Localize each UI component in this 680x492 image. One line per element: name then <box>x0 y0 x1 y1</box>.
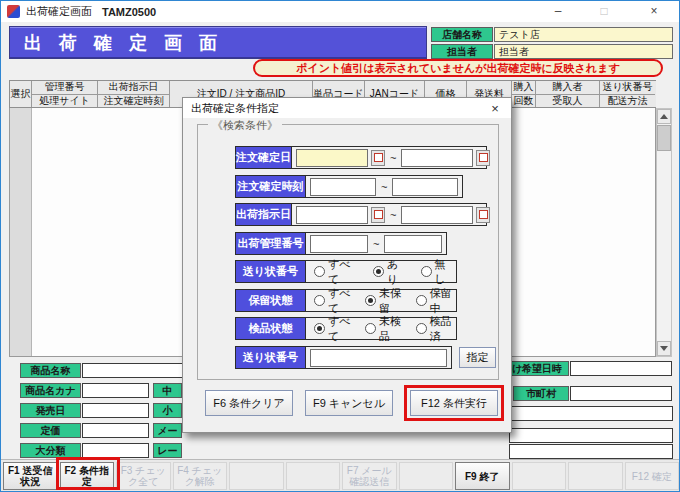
radio-icon[interactable] <box>314 266 325 277</box>
radio-icon[interactable] <box>421 266 432 277</box>
inspection-status-label: 検品状態 <box>236 318 306 339</box>
dialog-close-icon[interactable]: × <box>483 98 507 118</box>
radio-label: 保留中 <box>430 286 456 316</box>
radio-icon[interactable] <box>416 295 427 306</box>
order-date-from-input[interactable] <box>296 149 368 167</box>
radio-option[interactable]: すべて <box>314 286 355 316</box>
arrow-up-icon <box>660 114 668 119</box>
point-discount-notice: ポイント値引は表示されていませんが出荷確定時に反映されます <box>253 59 663 77</box>
address-field[interactable] <box>509 444 673 459</box>
radio-label: すべて <box>328 314 355 344</box>
inspection-status-row: 検品状態 すべて 未検品 検品済 <box>235 317 457 340</box>
radio-label: 未検品 <box>379 314 405 344</box>
scroll-down-button[interactable] <box>657 341 671 356</box>
item-kana-field[interactable] <box>82 383 149 398</box>
delivery-datetime-label: け希望日時 <box>505 361 569 376</box>
list-price-field[interactable] <box>82 423 149 438</box>
order-time-from-input[interactable] <box>310 178 376 196</box>
header-cell: 購入者 <box>536 81 599 95</box>
dialog-title: 出荷確定条件指定 <box>183 98 511 118</box>
header-cell: 出荷指示日 <box>98 81 169 95</box>
radio-option[interactable]: 未保留 <box>365 286 405 316</box>
scrollbar-thumb[interactable] <box>657 125 671 151</box>
window-title: 出荷確定画面 <box>26 4 92 19</box>
f9-cancel-button[interactable]: F9 キャンセル <box>305 390 393 416</box>
radio-option[interactable]: 無し <box>421 257 457 287</box>
radio-icon[interactable] <box>314 295 325 306</box>
radio-option[interactable]: 未検品 <box>365 314 405 344</box>
radio-option[interactable]: あり <box>373 257 409 287</box>
header-cell: 受取人 <box>536 95 599 108</box>
invoice-no-input[interactable] <box>310 349 447 367</box>
release-date-field[interactable] <box>82 403 149 418</box>
ship-mgmt-no-to-input[interactable] <box>384 235 442 253</box>
hold-status-row: 保留状態 すべて 未保留 保留中 <box>235 289 457 312</box>
address-field[interactable] <box>509 428 673 443</box>
header-column-invoice-no: 送り状番号 配送方法 <box>600 81 655 107</box>
invoice-status-row: 送り状番号 すべて あり 無し <box>235 260 457 283</box>
radio-label: すべて <box>328 286 355 316</box>
delivery-datetime-field[interactable] <box>570 361 672 376</box>
radio-icon[interactable] <box>373 266 384 277</box>
radio-icon[interactable] <box>365 323 376 334</box>
range-tilde: ~ <box>379 181 389 193</box>
f12-confirm-button: F12 確定 <box>625 462 680 490</box>
radio-option[interactable]: すべて <box>314 314 355 344</box>
f10-empty-slot <box>512 462 567 490</box>
order-date-to-input[interactable] <box>401 149 473 167</box>
highlight-box-f2 <box>56 457 120 490</box>
radio-icon[interactable] <box>314 323 325 334</box>
app-window: 出荷確定画面 TAMZ0500 – □ × 出 荷 確 定 画 面 店舗名称 テ… <box>0 0 680 492</box>
city-field[interactable] <box>570 386 672 401</box>
calendar-icon[interactable] <box>476 207 490 223</box>
radio-icon[interactable] <box>365 295 376 306</box>
ship-date-to-input[interactable] <box>401 206 473 224</box>
ship-mgmt-no-label: 出荷管理番号 <box>236 233 306 254</box>
hold-status-label: 保留状態 <box>236 290 306 311</box>
maximize-button: □ <box>587 1 621 21</box>
radio-option[interactable]: 検品済 <box>416 314 456 344</box>
header-column-ship-date: 出荷指示日 注文確定時刻 <box>98 81 170 107</box>
calendar-icon[interactable] <box>476 150 490 166</box>
search-condition-legend: 《検索条件》 <box>208 118 282 133</box>
radio-option[interactable]: すべて <box>314 257 361 287</box>
app-icon <box>7 5 20 18</box>
header-cell: 配送方法 <box>600 95 655 108</box>
specify-button[interactable]: 指定 <box>459 347 496 368</box>
radio-label: 検品済 <box>430 314 456 344</box>
store-name-label: 店舗名称 <box>431 27 493 42</box>
f4-uncheck-button: F4 チェック解除 <box>173 462 228 490</box>
calendar-icon[interactable] <box>371 150 385 166</box>
ship-mgmt-no-row: 出荷管理番号 ~ <box>235 232 447 255</box>
ship-mgmt-no-from-input[interactable] <box>310 235 368 253</box>
f6-condition-clear-button[interactable]: F6 条件クリア <box>205 390 293 416</box>
f9-exit-button[interactable]: F9 終了 <box>455 462 510 490</box>
radio-icon[interactable] <box>416 323 427 334</box>
header-cell: 購入 <box>512 81 535 95</box>
header-column-purchase-count: 購入 回数 <box>512 81 536 107</box>
address-field[interactable] <box>509 406 673 421</box>
staff-field: 担当者 <box>494 44 673 59</box>
city-label: 市町村 <box>513 386 569 401</box>
large-category-field[interactable] <box>82 443 149 458</box>
order-time-to-input[interactable] <box>392 178 458 196</box>
large-category-label: 大分類 <box>20 443 81 458</box>
label-label: レー <box>153 443 182 458</box>
invoice-status-label: 送り状番号 <box>236 261 306 282</box>
small-category-label: 小 <box>153 403 182 418</box>
radio-label: 無し <box>435 257 457 287</box>
mid-category-label: 中 <box>153 383 182 398</box>
range-tilde: ~ <box>388 209 398 221</box>
f1-send-receive-button[interactable]: F1 送受信 状況 <box>3 462 58 490</box>
minimize-button[interactable]: – <box>541 1 575 21</box>
title-bar: 出荷確定画面 TAMZ0500 <box>1 1 679 22</box>
close-button[interactable]: × <box>637 1 671 21</box>
header-cell: 管理番号 <box>32 81 97 95</box>
scroll-up-button[interactable] <box>657 109 671 124</box>
grid-vertical-scrollbar[interactable] <box>656 108 672 357</box>
radio-option[interactable]: 保留中 <box>416 286 456 316</box>
list-price-label: 定価 <box>20 423 81 438</box>
ship-date-from-input[interactable] <box>296 206 368 224</box>
condition-dialog: 出荷確定条件指定 × 《検索条件》 注文確定日 ~ 注文確定時刻 ~ <box>182 97 512 433</box>
calendar-icon[interactable] <box>371 207 385 223</box>
